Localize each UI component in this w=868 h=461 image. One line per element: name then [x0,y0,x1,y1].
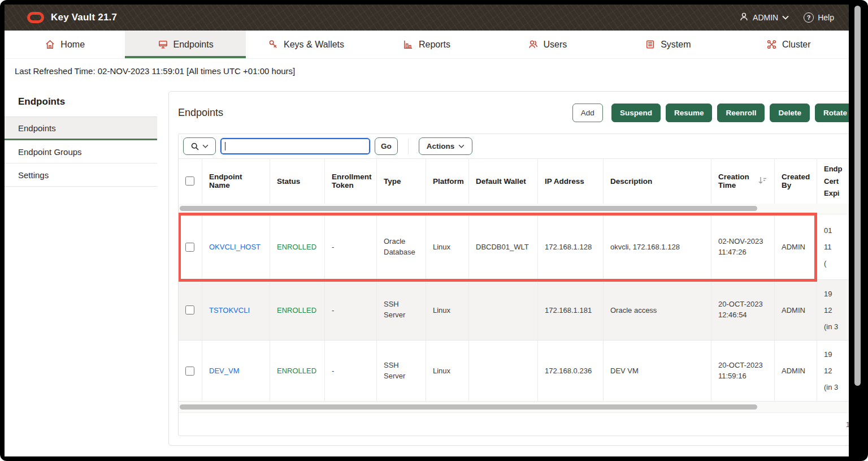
go-button[interactable]: Go [375,137,398,155]
window-frame: Key Vault 21.7 ADMIN ? Help Home Endpoin… [0,0,868,461]
tab-users[interactable]: Users [487,31,607,58]
col-creation-time[interactable]: Creation Time [711,159,775,204]
brand: Key Vault 21.7 [27,12,117,23]
default-wallet-value: DBCDB01_WLT [469,214,538,279]
endpoint-name-link[interactable]: DEV_VM [209,367,239,375]
default-wallet-value [469,280,538,340]
col-default-wallet[interactable]: Default Wallet [469,159,538,204]
sidebar-item-settings[interactable]: Settings [5,163,157,187]
help-menu[interactable]: ? Help [804,12,834,23]
delete-button[interactable]: Delete [770,104,810,122]
clipped-header-line: Expi [824,188,843,199]
status-value: ENROLLED [277,367,316,375]
user-label: ADMIN [753,13,778,22]
app-title: Key Vault 21.7 [51,12,117,23]
row-select-cell [179,341,202,401]
created-by-value: ADMIN [775,214,817,279]
reenroll-button[interactable]: Reenroll [717,104,765,122]
search-toolbar: Go Actions [179,134,849,159]
platform-value: Linux [426,214,469,279]
col-platform[interactable]: Platform [426,159,469,204]
status-value: ENROLLED [277,306,316,314]
user-icon [739,12,749,23]
search-column-dropdown[interactable] [183,137,216,155]
sidebar-item-endpoints[interactable]: Endpoints [5,117,157,140]
ip-address-value: 172.168.0.236 [538,341,604,401]
col-created-by[interactable]: Created By [775,159,817,204]
tab-label: Endpoints [173,40,214,50]
add-button[interactable]: Add [572,104,603,122]
users-icon [528,39,539,50]
description-value: okvcli, 172.168.1.128 [604,214,711,279]
rotate-button[interactable]: Rotate [815,104,849,122]
suspend-button[interactable]: Suspend [611,104,661,122]
tab-label: Reports [419,40,450,50]
topbar-right: ADMIN ? Help [739,12,834,23]
col-status[interactable]: Status [270,159,325,204]
table-row: DEV_VM ENROLLED - SSH Server Linux 172.1… [179,341,849,402]
col-ip-address[interactable]: IP Address [538,159,604,204]
row-checkbox[interactable] [185,305,194,314]
row-checkbox[interactable] [185,367,194,376]
actions-label: Actions [427,142,455,150]
help-label: Help [818,13,834,22]
content-area: Endpoints Endpoints Endpoint Groups Sett… [5,83,849,456]
actions-dropdown[interactable]: Actions [419,137,473,155]
clipped-cell-line: (in 3 [824,322,838,331]
sort-descending-icon[interactable] [757,176,767,187]
resume-button[interactable]: Resume [666,104,713,122]
key-icon [268,39,279,50]
table-row: OKVCLI_HOST ENROLLED - Oracle Database L… [179,214,849,280]
page-title: Endpoints [178,107,223,119]
endpoints-monitor-icon [158,39,168,50]
user-menu[interactable]: ADMIN [739,12,789,23]
tab-label: System [661,40,691,50]
row-checkbox[interactable] [185,243,194,252]
pagination: 1 - 3 of 3 [179,413,849,436]
created-by-value: ADMIN [775,341,817,401]
cert-expiration-clipped-value: 19 12 (in 3 [817,280,849,340]
search-input[interactable] [220,138,370,154]
chevron-down-icon [202,144,209,148]
endpoint-name-link[interactable]: OKVCLI_HOST [209,243,261,251]
col-cert-expiration-clipped[interactable]: Endp Cert Expi [817,159,849,204]
clipped-cell-line: 12 [824,306,838,314]
tab-keys-wallets[interactable]: Keys & Wallets [246,31,366,58]
col-type[interactable]: Type [377,159,426,204]
tab-system[interactable]: System [607,31,728,58]
tab-reports[interactable]: Reports [366,31,487,58]
table-horizontal-scrollbar-top[interactable] [179,203,849,214]
scrollbar-thumb[interactable] [180,404,757,410]
row-select-cell [179,280,202,340]
primary-nav: Home Endpoints Keys & Wallets Reports Us… [5,31,849,59]
panel-actions: Add Suspend Resume Reenroll Delete Rotat… [572,104,849,122]
tab-endpoints[interactable]: Endpoints [125,31,245,58]
cert-expiration-clipped-value: 01 11 ( [817,214,849,279]
col-endpoint-name[interactable]: Endpoint Name [202,159,270,204]
table-row: TSTOKVCLI ENROLLED - SSH Server Linux 17… [179,280,849,341]
page-vertical-scrollbar[interactable] [854,6,861,386]
endpoints-panel: Endpoints Add Suspend Resume Reenroll De… [168,91,849,446]
tab-label: Home [60,40,85,50]
scrollbar-thumb[interactable] [180,206,757,211]
creation-time-value: 20-OCT-2023 12:46:54 [711,280,775,340]
select-all-checkbox[interactable] [185,176,194,186]
clipped-cell-line: 11 [824,243,832,251]
tab-label: Keys & Wallets [284,40,344,50]
endpoint-name-link[interactable]: TSTOKVCLI [209,306,250,314]
tab-cluster[interactable]: Cluster [728,31,849,58]
col-enrollment-token[interactable]: Enrollment Token [325,159,377,204]
description-value: DEV VM [604,341,711,401]
help-icon: ? [804,12,814,23]
oracle-logo-icon [27,12,44,23]
search-input-wrap [220,138,370,154]
system-icon [645,39,656,50]
sidebar-item-endpoint-groups[interactable]: Endpoint Groups [5,140,157,163]
search-icon [190,142,199,151]
select-all-cell [179,159,202,204]
creation-time-label: Creation Time [718,173,752,189]
col-description[interactable]: Description [604,159,711,204]
cluster-icon [766,39,777,50]
tab-home[interactable]: Home [5,31,125,58]
table-horizontal-scrollbar-bottom[interactable] [179,402,849,413]
